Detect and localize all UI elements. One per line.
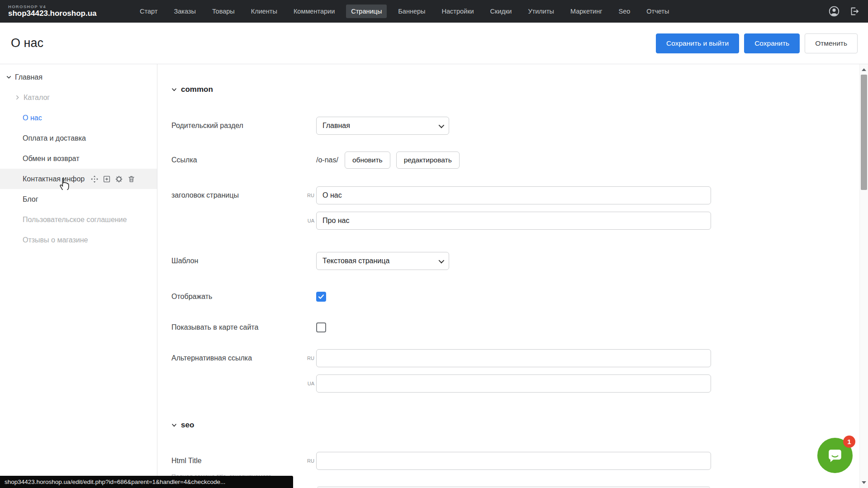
scroll-up-icon[interactable]: [860, 66, 868, 73]
menu-item-settings[interactable]: Настройки: [436, 5, 479, 18]
menu-item-orders[interactable]: Заказы: [169, 5, 200, 18]
top-navigation-bar: HOROSHOP V4 shop34423.horoshop.ua Старт …: [0, 0, 868, 23]
menu-item-clients[interactable]: Клиенты: [246, 5, 282, 18]
delete-icon[interactable]: [127, 175, 135, 183]
menu-item-reports[interactable]: Отчеты: [641, 5, 674, 18]
lang-tag-ru: RU: [304, 193, 314, 198]
chevron-down-icon: [171, 422, 177, 428]
refresh-link-button[interactable]: обновить: [345, 152, 390, 169]
sidebar-item-blog[interactable]: Блог: [0, 189, 157, 209]
alt-link-ru-input[interactable]: [316, 349, 711, 367]
template-select[interactable]: Текстовая страница: [316, 252, 449, 270]
html-title-ua-input[interactable]: [316, 487, 711, 488]
vertical-scrollbar[interactable]: [859, 64, 868, 488]
sidebar-item-glavnaya[interactable]: Главная: [0, 67, 157, 87]
sidebar-item-actions: [90, 175, 135, 183]
page-title-ua-input[interactable]: [316, 212, 711, 230]
logout-icon[interactable]: [848, 5, 860, 17]
brand: HOROSHOP V4 shop34423.horoshop.ua: [8, 5, 112, 18]
sidebar-item-label: Отзывы о магазине: [23, 236, 88, 244]
lang-tag-ua: UA: [304, 218, 314, 223]
section-common-title: common: [181, 85, 213, 94]
page-title-label: заголовок страницы: [171, 191, 316, 199]
sidebar-item-label: О нас: [23, 114, 42, 122]
settings-icon[interactable]: [115, 175, 123, 183]
edit-link-button[interactable]: редактировать: [396, 152, 460, 169]
sidebar-item-otzyvy-o-magazine[interactable]: Отзывы о магазине: [0, 230, 157, 250]
page-title: О нас: [11, 36, 43, 50]
sidebar-item-label: Каталог: [24, 94, 50, 102]
main-menu: Старт Заказы Товары Клиенты Комментарии …: [135, 5, 674, 18]
chat-unread-badge: 1: [843, 436, 855, 448]
sitemap-label: Показывать в карте сайта: [171, 323, 316, 332]
sidebar-item-o-nas[interactable]: О нас: [0, 108, 157, 128]
menu-item-products[interactable]: Товары: [207, 5, 240, 18]
lang-tag-ua: UA: [304, 381, 314, 386]
sitemap-row: Показывать в карте сайта: [171, 322, 868, 332]
html-title-ru-input[interactable]: [316, 452, 711, 470]
brand-domain: shop34423.horoshop.ua: [8, 9, 112, 18]
display-row: Отображать: [171, 292, 868, 302]
template-row: Шаблон Текстовая страница: [171, 252, 868, 270]
parent-section-value: Главная: [323, 122, 350, 130]
menu-item-marketing[interactable]: Маркетинг: [565, 5, 607, 18]
page-title-ru-input[interactable]: [316, 186, 711, 204]
sidebar-item-kontaktnaya-informatsiya[interactable]: Контактная инфор: [0, 169, 157, 189]
section-common-header[interactable]: common: [171, 85, 868, 94]
display-checkbox[interactable]: [316, 292, 326, 302]
chevron-right-icon[interactable]: [14, 95, 20, 101]
parent-section-row: Родительский раздел Главная: [171, 117, 868, 135]
chat-icon: [825, 445, 845, 465]
page-title-ru-row: заголовок страницы RU: [171, 186, 868, 204]
menu-item-comments[interactable]: Комментарии: [289, 5, 340, 18]
sidebar-item-obmen-i-vozvrat[interactable]: Обмен и возврат: [0, 148, 157, 169]
sidebar-item-label: Пользовательское соглашение: [23, 216, 127, 224]
sidebar-item-label: Контактная инфор: [23, 175, 85, 183]
menu-item-discounts[interactable]: Скидки: [485, 5, 517, 18]
chat-widget-button[interactable]: 1: [817, 438, 853, 473]
cancel-button[interactable]: Отменить: [805, 33, 858, 53]
section-seo-header[interactable]: seo: [171, 421, 868, 430]
html-title-label: Html Title: [171, 457, 202, 464]
alt-link-label: Альтернативная ссылка: [171, 354, 316, 362]
save-and-exit-button[interactable]: Сохранить и выйти: [656, 33, 739, 53]
sidebar-item-label: Главная: [15, 73, 43, 81]
move-icon[interactable]: [90, 175, 99, 183]
link-path: /o-nas/: [316, 156, 338, 164]
status-bar-link-preview: shop34423.horoshop.ua/edit/edit.php?id=6…: [0, 476, 293, 488]
save-button[interactable]: Сохранить: [744, 33, 800, 53]
template-value: Текстовая страница: [323, 257, 389, 265]
alt-link-ua-input[interactable]: [316, 374, 711, 393]
sidebar-item-label: Обмен и возврат: [23, 155, 79, 163]
parent-section-select[interactable]: Главная: [316, 117, 449, 135]
pages-tree-sidebar: Главная Каталог О нас Оплата и доставка …: [0, 64, 157, 488]
template-label: Шаблон: [171, 257, 316, 265]
sidebar-item-polzovatelskoe-soglashenie[interactable]: Пользовательское соглашение: [0, 209, 157, 230]
menu-item-pages[interactable]: Страницы: [346, 5, 387, 18]
page-edit-form: common Родительский раздел Главная Ссылк…: [157, 64, 868, 488]
sitemap-checkbox[interactable]: [316, 322, 326, 332]
menu-item-seo[interactable]: Seo: [614, 5, 636, 18]
scroll-down-icon[interactable]: [860, 479, 868, 486]
add-icon[interactable]: [103, 175, 111, 183]
link-row: Ссылка /o-nas/ обновить редактировать: [171, 152, 868, 169]
account-icon[interactable]: [828, 5, 840, 17]
chevron-down-icon: [439, 122, 445, 128]
menu-item-banners[interactable]: Баннеры: [393, 5, 430, 18]
menu-item-utilities[interactable]: Утилиты: [523, 5, 559, 18]
parent-section-label: Родительский раздел: [171, 122, 316, 130]
lang-tag-ru: RU: [304, 458, 314, 464]
sidebar-item-label: Блог: [23, 195, 38, 204]
sidebar-item-label: Оплата и доставка: [23, 134, 86, 142]
menu-item-start[interactable]: Старт: [135, 5, 162, 18]
scrollbar-thumb[interactable]: [861, 75, 867, 190]
lang-tag-ru: RU: [304, 355, 314, 361]
chevron-down-icon: [171, 87, 177, 92]
alt-link-ua-row: UA: [171, 374, 868, 393]
display-label: Отображать: [171, 293, 316, 301]
chevron-down-icon[interactable]: [5, 74, 12, 81]
sidebar-item-oplata-i-dostavka[interactable]: Оплата и доставка: [0, 128, 157, 148]
alt-link-ru-row: Альтернативная ссылка RU: [171, 349, 868, 367]
sidebar-item-katalog[interactable]: Каталог: [0, 87, 157, 108]
page-title-ua-row: UA: [171, 212, 868, 230]
